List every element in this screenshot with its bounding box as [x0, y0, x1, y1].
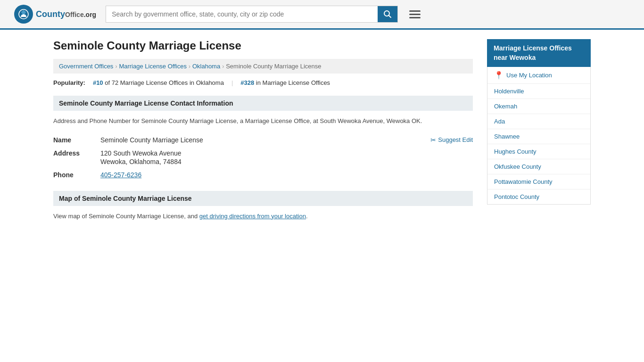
sidebar-link-ada[interactable]: Ada — [494, 118, 505, 125]
sidebar-link-pontotoc-county[interactable]: Pontotoc County — [494, 193, 539, 200]
edit-icon: ✂ — [430, 136, 436, 144]
sidebar-item-use-location[interactable]: 📍 Use My Location — [487, 67, 590, 84]
site-logo[interactable]: CountyOffice.org — [14, 5, 96, 24]
sidebar-link-okemah[interactable]: Okemah — [494, 103, 517, 110]
breadcrumb: Government Offices › Marriage License Of… — [53, 59, 473, 74]
name-value: Seminole County Marriage License — [100, 136, 430, 144]
sidebar-link-hughes-county[interactable]: Hughes County — [494, 148, 537, 155]
map-description: View map of Seminole County Marriage Lic… — [53, 212, 473, 221]
hamburger-menu-button[interactable] — [407, 8, 422, 20]
breadcrumb-sep: › — [115, 63, 117, 70]
map-desc-suffix: . — [306, 213, 308, 220]
map-desc-prefix: View map of Seminole County Marriage Lic… — [53, 213, 199, 220]
sidebar-item-okfuskee-county: Okfuskee County — [487, 159, 590, 174]
directions-link[interactable]: get driving directions from your locatio… — [199, 213, 306, 220]
popularity-row: Popularity: #10 of 72 Marriage License O… — [53, 79, 473, 86]
contact-description: Address and Phone Number for Seminole Co… — [53, 116, 473, 126]
sidebar-item-pottawatomie-county: Pottawatomie County — [487, 174, 590, 189]
phone-label: Phone — [53, 171, 100, 179]
address-line1: 120 South Wewoka Avenue — [100, 149, 473, 157]
suggest-edit-link[interactable]: ✂ Suggest Edit — [430, 136, 473, 144]
contact-section-header: Seminole County Marriage License Contact… — [53, 96, 473, 111]
page-title: Seminole County Marriage License — [53, 39, 473, 52]
breadcrumb-sep: › — [222, 63, 224, 70]
menu-line — [409, 10, 421, 12]
sidebar-item-ada: Ada — [487, 114, 590, 129]
map-section-header: Map of Seminole County Marriage License — [53, 191, 473, 206]
sidebar-link-okfuskee-county[interactable]: Okfuskee County — [494, 163, 541, 170]
breadcrumb-link-gov[interactable]: Government Offices — [59, 63, 113, 70]
popularity-label: Popularity: — [53, 79, 85, 86]
popularity-divider: | — [231, 79, 233, 86]
sidebar-item-holdenville: Holdenville — [487, 84, 590, 99]
breadcrumb-current: Seminole County Marriage License — [226, 63, 321, 70]
name-label: Name — [53, 136, 100, 144]
sidebar-link-pottawatomie-county[interactable]: Pottawatomie County — [494, 178, 553, 185]
main-container: Seminole County Marriage License Governm… — [39, 30, 605, 230]
name-value-area: Seminole County Marriage License ✂ Sugge… — [100, 136, 473, 144]
breadcrumb-link-marriage[interactable]: Marriage License Offices — [119, 63, 187, 70]
logo-icon — [14, 5, 33, 24]
sidebar-item-okemah: Okemah — [487, 99, 590, 114]
breadcrumb-link-ok[interactable]: Oklahoma — [192, 63, 220, 70]
search-bar — [106, 6, 398, 23]
phone-link[interactable]: 405-257-6236 — [100, 171, 141, 179]
contact-row-address: Address 120 South Wewoka Avenue Wewoka, … — [53, 147, 473, 168]
suggest-edit-area: ✂ Suggest Edit — [430, 136, 473, 144]
contact-row-phone: Phone 405-257-6236 — [53, 168, 473, 181]
sidebar-title: Marriage License Offices near Wewoka — [487, 39, 591, 67]
address-label: Address — [53, 149, 100, 157]
sidebar-item-shawnee: Shawnee — [487, 129, 590, 144]
breadcrumb-sep: › — [189, 63, 190, 70]
contact-row-name: Name Seminole County Marriage License ✂ … — [53, 133, 473, 147]
use-location-link[interactable]: Use My Location — [506, 72, 552, 79]
popularity-rank2: #328 in Marriage License Offices — [240, 79, 330, 86]
contact-table: Name Seminole County Marriage License ✂ … — [53, 133, 473, 181]
location-pin-icon: 📍 — [494, 71, 504, 80]
menu-line — [409, 17, 421, 18]
popularity-rank1: #10 of 72 Marriage License Offices in Ok… — [93, 79, 224, 86]
search-input[interactable] — [106, 7, 378, 22]
menu-line — [409, 14, 421, 15]
content-area: Seminole County Marriage License Governm… — [53, 39, 473, 221]
phone-value: 405-257-6236 — [100, 171, 473, 179]
sidebar-link-holdenville[interactable]: Holdenville — [494, 88, 524, 95]
sidebar-list: 📍 Use My Location Holdenville Okemah Ada… — [487, 67, 591, 205]
sidebar-item-hughes-county: Hughes County — [487, 144, 590, 159]
search-button[interactable] — [378, 6, 397, 22]
sidebar-item-pontotoc-county: Pontotoc County — [487, 189, 590, 204]
address-value: 120 South Wewoka Avenue Wewoka, Oklahoma… — [100, 149, 473, 165]
search-icon — [383, 10, 392, 18]
site-header: CountyOffice.org — [0, 0, 644, 30]
address-line2: Wewoka, Oklahoma, 74884 — [100, 158, 473, 165]
sidebar: Marriage License Offices near Wewoka 📍 U… — [487, 39, 591, 221]
svg-line-3 — [389, 16, 391, 18]
sidebar-link-shawnee[interactable]: Shawnee — [494, 133, 520, 140]
logo-text: CountyOffice.org — [36, 9, 96, 19]
